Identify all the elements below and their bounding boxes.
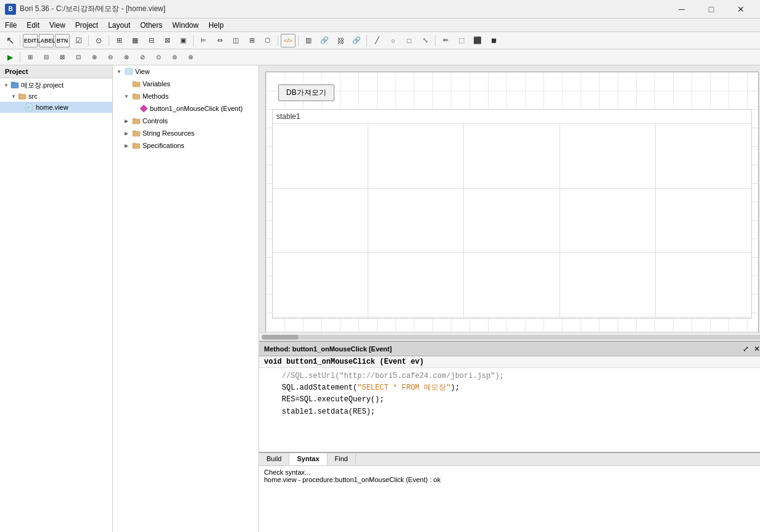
- tb-xml-btn[interactable]: </>: [281, 34, 295, 47]
- menu-window[interactable]: Window: [167, 18, 204, 31]
- code-line-2: SQL.addStatement("SELECT * FROM 메모장");: [264, 382, 760, 394]
- restore-button[interactable]: □: [697, 0, 725, 18]
- code-expand-icon[interactable]: ⤢: [743, 345, 749, 353]
- tab-syntax[interactable]: Syntax: [289, 453, 327, 465]
- tb2-b3[interactable]: ⊠: [55, 51, 70, 64]
- tb-grid1[interactable]: ⊞: [112, 34, 126, 47]
- code-body[interactable]: //SQL.setUrl("http://bori5.cafe24.com/jb…: [259, 368, 760, 452]
- tb2-b8[interactable]: ⊘: [135, 51, 150, 64]
- tb-sep2: [88, 35, 89, 46]
- tb-align1[interactable]: ⊨: [196, 34, 211, 47]
- tb-arrow-tool[interactable]: ↖: [2, 34, 17, 47]
- tb2-b9[interactable]: ⊙: [151, 51, 166, 64]
- tb-grid5[interactable]: ▣: [176, 34, 191, 47]
- toolbar-secondary: ▶ ⊞ ⊟ ⊠ ⊡ ⊕ ⊖ ⊗ ⊘ ⊙ ⊚ ⊛: [0, 49, 760, 65]
- tb-sep5: [278, 35, 278, 46]
- tb-grid2[interactable]: ▦: [128, 34, 142, 47]
- mid-item-methods[interactable]: ▼ Methods: [113, 90, 258, 102]
- tb2-b11[interactable]: ⊛: [183, 51, 198, 64]
- tb-draw3[interactable]: □: [402, 34, 416, 47]
- mid-icon-variables: [131, 79, 141, 89]
- src-folder-label: src: [28, 92, 38, 100]
- tb-pen[interactable]: ✏: [438, 34, 453, 47]
- mid-item-event[interactable]: ▶ button1_onMouseClick (Event): [113, 102, 258, 115]
- tb-link3[interactable]: 🔗: [349, 34, 364, 47]
- tb-align5[interactable]: ⬡: [260, 34, 275, 47]
- tb-draw1[interactable]: ╱: [370, 34, 384, 47]
- tb2-b5[interactable]: ⊕: [87, 51, 102, 64]
- tb-align3[interactable]: ◫: [228, 34, 243, 47]
- tree-arrow-src: ▼: [10, 92, 17, 100]
- mid-arrow-controls: ▶: [123, 117, 130, 125]
- code-close-icon[interactable]: ✕: [754, 345, 760, 353]
- mid-icon-string-resources: [131, 128, 141, 138]
- mid-item-variables[interactable]: ▶ Variables: [113, 78, 258, 90]
- tb-align2[interactable]: ⇔: [212, 34, 227, 47]
- mid-item-string-resources[interactable]: ▶ String Resources: [113, 127, 258, 139]
- project-label: Project: [0, 65, 112, 78]
- stable1-table[interactable]: stable1: [272, 109, 752, 319]
- tb-link1[interactable]: 🔗: [317, 34, 332, 47]
- tb2-run[interactable]: ▶: [2, 51, 17, 64]
- tree-item-homeview[interactable]: ▶ S home.view: [0, 102, 112, 113]
- tb-sel2[interactable]: ⬛: [470, 34, 485, 47]
- mid-arrow-specifications: ▶: [123, 142, 130, 149]
- tb-btn-btn[interactable]: BTN: [55, 34, 70, 47]
- folder-icon-src: [17, 91, 27, 101]
- menu-layout[interactable]: Layout: [103, 18, 135, 31]
- title-text: Bori 5.36 - C:/보리강좌/메모장 - [home.view]: [20, 4, 165, 14]
- mid-label-view: View: [135, 68, 150, 75]
- tb2-b10[interactable]: ⊚: [167, 51, 182, 64]
- tb-sep7: [366, 35, 367, 46]
- tab-find[interactable]: Find: [328, 453, 356, 465]
- mid-icon-view: [124, 67, 134, 76]
- db-button[interactable]: DB가져오기: [278, 84, 334, 101]
- tree-item-project[interactable]: ▼ 메모장.project: [0, 80, 112, 91]
- tb2-b7[interactable]: ⊗: [119, 51, 134, 64]
- tb-link2[interactable]: ⛓: [333, 34, 348, 47]
- svg-marker-11: [140, 105, 147, 112]
- tb-draw4[interactable]: ⤡: [418, 34, 432, 47]
- mid-arrow-string-resources: ▶: [123, 129, 130, 137]
- mid-item-view[interactable]: ▼ View: [113, 65, 258, 78]
- mid-label-controls: Controls: [142, 117, 168, 125]
- project-name: 메모장.project: [21, 81, 64, 90]
- tb-label-btn[interactable]: LABEL: [39, 34, 54, 47]
- tb-sel1[interactable]: ⬚: [454, 34, 469, 47]
- svg-rect-6: [125, 68, 133, 75]
- menu-project[interactable]: Project: [70, 18, 103, 31]
- tb2-b4[interactable]: ⊡: [71, 51, 86, 64]
- tb2-b6[interactable]: ⊖: [103, 51, 118, 64]
- tb2-sep1: [20, 52, 20, 63]
- menu-edit[interactable]: Edit: [22, 18, 44, 31]
- menu-others[interactable]: Others: [135, 18, 167, 31]
- menu-file[interactable]: File: [0, 18, 22, 31]
- tb-align4[interactable]: ⊞: [244, 34, 259, 47]
- code-panel: Method: button1_onMouseClick [Event] ⤢ ✕…: [259, 341, 760, 452]
- tree-item-src[interactable]: ▼ src: [0, 91, 112, 102]
- mid-item-controls[interactable]: ▶ Controls: [113, 115, 258, 127]
- mid-item-specifications[interactable]: ▶ Specifications: [113, 139, 258, 152]
- tb-grid6[interactable]: ▥: [301, 34, 316, 47]
- design-canvas[interactable]: DB가져오기 stable1: [259, 65, 760, 332]
- svg-rect-0: [11, 83, 19, 88]
- mid-arrow-methods: ▼: [123, 92, 130, 100]
- tb-grid4[interactable]: ⊠: [160, 34, 175, 47]
- tb-sel3[interactable]: ◼: [486, 34, 501, 47]
- minimize-button[interactable]: ─: [667, 0, 696, 18]
- tb-edit-btn[interactable]: EDIT: [23, 34, 38, 47]
- canvas-scrollbar[interactable]: [259, 332, 760, 341]
- tb-draw2[interactable]: ○: [386, 34, 400, 47]
- code-method-title: Method: button1_onMouseClick [Event]: [264, 345, 392, 353]
- tab-build[interactable]: Build: [259, 453, 289, 465]
- menu-view[interactable]: View: [44, 18, 70, 31]
- tb-grid3[interactable]: ⊟: [144, 34, 159, 47]
- close-button[interactable]: ✕: [727, 0, 755, 18]
- tb2-b2[interactable]: ⊟: [39, 51, 54, 64]
- tb-circle-btn[interactable]: ⊙: [91, 34, 106, 47]
- tb-check-btn[interactable]: ☑: [71, 34, 86, 47]
- menu-help[interactable]: Help: [204, 18, 229, 31]
- mid-arrow-view: ▼: [115, 68, 123, 75]
- tb-sep6: [298, 35, 299, 46]
- tb2-b1[interactable]: ⊞: [23, 51, 38, 64]
